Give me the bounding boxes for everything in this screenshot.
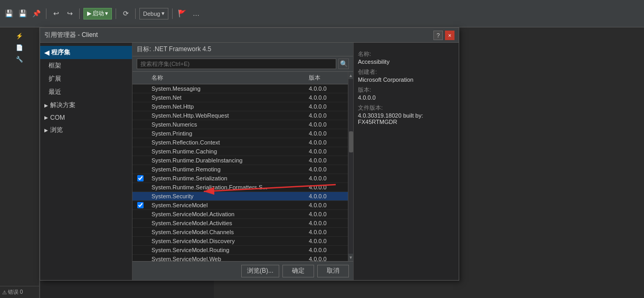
debug-dropdown[interactable]: Debug ▾: [139, 8, 168, 20]
save-all-icon[interactable]: 💾: [17, 8, 29, 20]
search-input[interactable]: [137, 59, 336, 69]
more-icon[interactable]: …: [190, 8, 202, 20]
assembly-row[interactable]: System.Runtime.Remoting4.0.0.0: [132, 165, 348, 174]
scroll-thumb[interactable]: [349, 131, 353, 152]
sidebar-item-recent[interactable]: 最近: [40, 85, 132, 99]
sep4: [135, 8, 136, 19]
assembly-version: 4.0.0.0: [306, 103, 348, 110]
refresh-icon[interactable]: ⟳: [120, 8, 131, 20]
scroll-down-button[interactable]: ▼: [348, 254, 354, 261]
assembly-version: 4.0.0.0: [306, 219, 348, 227]
scroll-up-button[interactable]: ▲: [348, 72, 354, 79]
cancel-button[interactable]: 取消: [317, 265, 349, 277]
sidebar-section-browse[interactable]: ▶ 浏览: [40, 123, 132, 137]
assembly-row[interactable]: System.ServiceModel.Activities4.0.0.0: [132, 219, 348, 228]
redo-icon[interactable]: ↪: [64, 8, 75, 20]
dialog-title-buttons: ? ×: [433, 31, 454, 40]
sidebar-header: ◀ 程序集: [40, 46, 132, 59]
assembly-name: System.Runtime.Serialization: [148, 175, 306, 182]
assembly-version: 4.0.0.0: [306, 246, 348, 254]
assembly-list-area: 名称 版本 System.Messaging4.0.0.0System.Net4…: [132, 72, 353, 261]
dialog-close-button[interactable]: ×: [445, 31, 454, 40]
list-header: 名称 版本: [132, 72, 348, 84]
start-button[interactable]: ▶ 启动 ▾: [83, 8, 112, 20]
version-label: 版本:: [358, 86, 454, 94]
assembly-name: System.ServiceModel: [148, 201, 306, 209]
assembly-row[interactable]: System.Runtime.Caching4.0.0.0: [132, 147, 348, 156]
assembly-version: 4.0.0.0: [306, 148, 348, 155]
assembly-area: 目标: .NET Framework 4.5 🔍 名称 版本: [132, 43, 353, 280]
assembly-checkbox-cell: [132, 202, 148, 208]
name-label: 名称:: [358, 50, 454, 58]
vertical-scrollbar[interactable]: ▲ ▼: [348, 72, 353, 261]
version-value: 4.0.0.0: [358, 94, 454, 101]
assembly-row[interactable]: System.ServiceModel.Discovery4.0.0.0: [132, 237, 348, 246]
assembly-list: 名称 版本 System.Messaging4.0.0.0System.Net4…: [132, 72, 348, 261]
assembly-checkbox[interactable]: [137, 202, 144, 208]
search-button[interactable]: 🔍: [338, 59, 349, 69]
assembly-checkbox[interactable]: [137, 175, 144, 181]
ok-button[interactable]: 确定: [282, 265, 314, 277]
dialog-titlebar: 引用管理器 - Client ? ×: [40, 28, 459, 43]
assembly-row[interactable]: System.Reflection.Context4.0.0.0: [132, 138, 348, 147]
flag-icon[interactable]: 🚩: [176, 8, 188, 20]
assembly-row[interactable]: System.Printing4.0.0.0: [132, 129, 348, 138]
dialog-sidebar: ◀ 程序集 框架 扩展 最近 ▶ 解决方案 ▶ COM ▶ 浏览: [40, 43, 132, 280]
triangle-icon: ◀: [44, 49, 49, 56]
dialog-body: ◀ 程序集 框架 扩展 最近 ▶ 解决方案 ▶ COM ▶ 浏览: [40, 43, 459, 280]
assembly-version: 4.0.0.0: [306, 201, 348, 209]
dialog-help-button[interactable]: ?: [433, 31, 443, 40]
assembly-row[interactable]: System.Numerics4.0.0.0: [132, 120, 348, 129]
left-icon-3[interactable]: 🔧: [14, 54, 25, 64]
left-icon-1[interactable]: ⚡: [14, 31, 25, 41]
assembly-checkbox-cell: [132, 175, 148, 181]
assembly-row[interactable]: System.Runtime.Serialization.Formatters.…: [132, 183, 348, 192]
name-value: Accessibility: [358, 59, 454, 65]
assembly-name: System.ServiceModel.Web: [148, 255, 306, 261]
sidebar-section-com[interactable]: ▶ COM: [40, 112, 132, 123]
check-col-header: [132, 73, 148, 83]
assembly-row[interactable]: System.Security4.0.0.0: [132, 192, 348, 201]
assembly-name: System.Messaging: [148, 85, 306, 92]
assembly-version: 4.0.0.0: [306, 175, 348, 182]
expand-icon-browse: ▶: [44, 128, 48, 133]
search-bar: 🔍: [132, 56, 353, 72]
sidebar-section-solution[interactable]: ▶ 解决方案: [40, 99, 132, 112]
assembly-version: 4.0.0.0: [306, 85, 348, 92]
assembly-row[interactable]: System.Net.Http.WebRequest4.0.0.0: [132, 111, 348, 120]
undo-icon[interactable]: ↩: [50, 8, 62, 20]
target-framework-bar: 目标: .NET Framework 4.5: [132, 43, 353, 56]
sidebar-item-extensions[interactable]: 扩展: [40, 72, 132, 85]
error-icon: ⚠: [2, 290, 7, 295]
assembly-row[interactable]: System.ServiceModel.Routing4.0.0.0: [132, 246, 348, 255]
assembly-row[interactable]: System.ServiceModel.Activation4.0.0.0: [132, 210, 348, 219]
pin-icon[interactable]: 📌: [31, 8, 42, 20]
save-icon[interactable]: 💾: [3, 8, 15, 20]
left-icon-2[interactable]: 📄: [14, 42, 25, 53]
assembly-name: System.ServiceModel.Discovery: [148, 237, 306, 245]
assembly-row[interactable]: System.Net4.0.0.0: [132, 93, 348, 102]
assembly-row[interactable]: System.Messaging4.0.0.0: [132, 84, 348, 93]
file-version-value: 4.0.30319.18020 built by: FX45RTMGDR: [358, 112, 454, 125]
assembly-row[interactable]: System.ServiceModel.Web4.0.0.0: [132, 255, 348, 261]
assembly-row[interactable]: System.ServiceModel.Channels4.0.0.0: [132, 228, 348, 237]
assembly-name: System.Numerics: [148, 121, 306, 128]
assembly-row[interactable]: System.ServiceModel4.0.0.0: [132, 201, 348, 210]
assembly-name: System.Net.Http: [148, 103, 306, 110]
assembly-row[interactable]: System.Runtime.DurableInstancing4.0.0.0: [132, 156, 348, 165]
assembly-name: System.ServiceModel.Routing: [148, 246, 306, 254]
left-panel: ⚡ 📄 🔧 ⚠ 错误 0: [0, 27, 40, 298]
assembly-name: System.Security: [148, 193, 306, 200]
info-panel: 名称: Accessibility 创建者: Microsoft Corpora…: [353, 43, 459, 280]
sidebar-item-framework[interactable]: 框架: [40, 59, 132, 72]
assembly-version: 4.0.0.0: [306, 121, 348, 128]
assembly-version: 4.0.0.0: [306, 193, 348, 200]
assembly-version: 4.0.0.0: [306, 228, 348, 236]
assembly-row[interactable]: System.Runtime.Serialization4.0.0.0: [132, 174, 348, 183]
error-bar: ⚠ 错误 0: [0, 286, 39, 298]
dialog-title: 引用管理器 - Client: [44, 31, 98, 40]
play-icon: ▶: [87, 10, 91, 17]
assembly-name: System.Reflection.Context: [148, 139, 306, 146]
assembly-row[interactable]: System.Net.Http4.0.0.0: [132, 102, 348, 111]
browse-button[interactable]: 浏览(B)...: [241, 265, 279, 277]
